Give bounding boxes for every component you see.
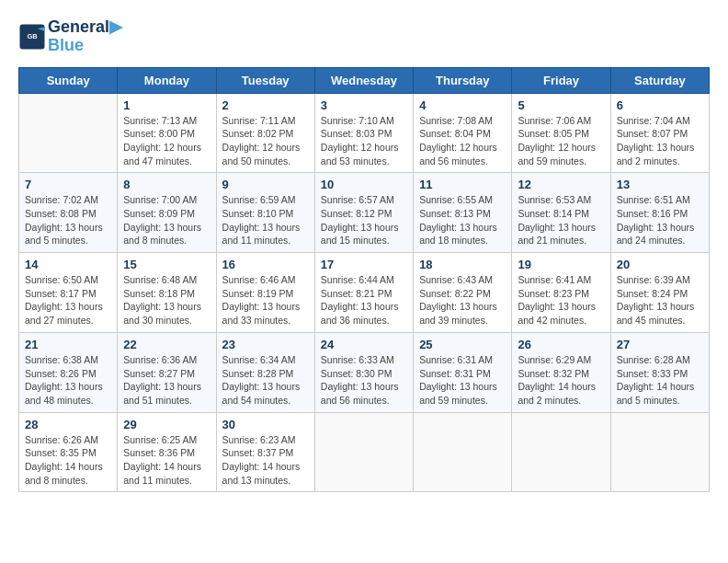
calendar-cell: 14Sunrise: 6:50 AM Sunset: 8:17 PM Dayli… bbox=[19, 253, 118, 333]
day-info: Sunrise: 6:33 AM Sunset: 8:30 PM Dayligh… bbox=[321, 353, 407, 408]
calendar-table: SundayMondayTuesdayWednesdayThursdayFrid… bbox=[18, 67, 710, 493]
calendar-header: SundayMondayTuesdayWednesdayThursdayFrid… bbox=[19, 67, 710, 93]
calendar-cell: 29Sunrise: 6:25 AM Sunset: 8:36 PM Dayli… bbox=[118, 412, 216, 492]
calendar-body: 1Sunrise: 7:13 AM Sunset: 8:00 PM Daylig… bbox=[19, 93, 710, 492]
calendar-cell: 3Sunrise: 7:10 AM Sunset: 8:03 PM Daylig… bbox=[314, 93, 413, 173]
calendar-cell: 21Sunrise: 6:38 AM Sunset: 8:26 PM Dayli… bbox=[19, 332, 118, 412]
day-info: Sunrise: 6:38 AM Sunset: 8:26 PM Dayligh… bbox=[25, 353, 111, 408]
day-number: 4 bbox=[419, 98, 506, 112]
day-header-friday: Friday bbox=[512, 67, 610, 93]
day-info: Sunrise: 6:44 AM Sunset: 8:21 PM Dayligh… bbox=[321, 273, 407, 327]
day-number: 30 bbox=[222, 418, 309, 431]
calendar-cell: 19Sunrise: 6:41 AM Sunset: 8:23 PM Dayli… bbox=[512, 253, 610, 333]
day-header-thursday: Thursday bbox=[414, 67, 512, 93]
day-info: Sunrise: 6:50 AM Sunset: 8:17 PM Dayligh… bbox=[25, 273, 111, 327]
day-number: 13 bbox=[617, 178, 703, 191]
day-number: 9 bbox=[222, 178, 309, 191]
calendar-cell bbox=[314, 412, 413, 492]
calendar-cell: 18Sunrise: 6:43 AM Sunset: 8:22 PM Dayli… bbox=[414, 253, 512, 333]
logo-text: General▶ Blue bbox=[48, 18, 122, 55]
day-info: Sunrise: 6:25 AM Sunset: 8:36 PM Dayligh… bbox=[123, 433, 210, 488]
day-number: 1 bbox=[123, 98, 210, 112]
calendar-cell: 12Sunrise: 6:53 AM Sunset: 8:14 PM Dayli… bbox=[512, 173, 610, 253]
calendar-cell: 27Sunrise: 6:28 AM Sunset: 8:33 PM Dayli… bbox=[610, 332, 709, 412]
calendar-cell: 26Sunrise: 6:29 AM Sunset: 8:32 PM Dayli… bbox=[512, 332, 610, 412]
day-number: 7 bbox=[25, 178, 111, 191]
day-info: Sunrise: 6:59 AM Sunset: 8:10 PM Dayligh… bbox=[222, 193, 309, 247]
calendar-cell: 8Sunrise: 7:00 AM Sunset: 8:09 PM Daylig… bbox=[118, 173, 216, 253]
calendar-cell: 28Sunrise: 6:26 AM Sunset: 8:35 PM Dayli… bbox=[19, 412, 118, 492]
day-number: 11 bbox=[419, 178, 506, 191]
calendar-cell: 11Sunrise: 6:55 AM Sunset: 8:13 PM Dayli… bbox=[414, 173, 512, 253]
day-info: Sunrise: 6:43 AM Sunset: 8:22 PM Dayligh… bbox=[419, 273, 506, 327]
day-info: Sunrise: 6:34 AM Sunset: 8:28 PM Dayligh… bbox=[222, 353, 309, 408]
day-info: Sunrise: 7:02 AM Sunset: 8:08 PM Dayligh… bbox=[25, 193, 111, 247]
calendar-cell bbox=[414, 412, 512, 492]
day-number: 26 bbox=[518, 338, 604, 351]
calendar-cell: 7Sunrise: 7:02 AM Sunset: 8:08 PM Daylig… bbox=[19, 173, 118, 253]
day-info: Sunrise: 6:26 AM Sunset: 8:35 PM Dayligh… bbox=[25, 433, 111, 488]
calendar-week-5: 28Sunrise: 6:26 AM Sunset: 8:35 PM Dayli… bbox=[19, 412, 710, 492]
calendar-week-4: 21Sunrise: 6:38 AM Sunset: 8:26 PM Dayli… bbox=[19, 332, 710, 412]
day-number: 28 bbox=[25, 418, 111, 431]
day-info: Sunrise: 6:36 AM Sunset: 8:27 PM Dayligh… bbox=[123, 353, 210, 408]
day-info: Sunrise: 6:31 AM Sunset: 8:31 PM Dayligh… bbox=[419, 353, 506, 408]
day-info: Sunrise: 6:28 AM Sunset: 8:33 PM Dayligh… bbox=[617, 353, 703, 408]
day-info: Sunrise: 6:55 AM Sunset: 8:13 PM Dayligh… bbox=[419, 193, 506, 247]
day-number: 19 bbox=[518, 258, 604, 271]
day-info: Sunrise: 7:08 AM Sunset: 8:04 PM Dayligh… bbox=[419, 114, 506, 168]
day-number: 2 bbox=[222, 98, 309, 112]
day-info: Sunrise: 7:11 AM Sunset: 8:02 PM Dayligh… bbox=[222, 114, 309, 168]
logo-icon: GB bbox=[18, 23, 46, 51]
day-number: 29 bbox=[123, 418, 210, 431]
day-info: Sunrise: 6:57 AM Sunset: 8:12 PM Dayligh… bbox=[321, 193, 407, 247]
calendar-cell: 5Sunrise: 7:06 AM Sunset: 8:05 PM Daylig… bbox=[512, 93, 610, 173]
day-info: Sunrise: 6:53 AM Sunset: 8:14 PM Dayligh… bbox=[518, 193, 604, 247]
calendar-cell: 17Sunrise: 6:44 AM Sunset: 8:21 PM Dayli… bbox=[314, 253, 413, 333]
day-number: 22 bbox=[123, 338, 210, 351]
calendar-cell: 4Sunrise: 7:08 AM Sunset: 8:04 PM Daylig… bbox=[414, 93, 512, 173]
day-number: 12 bbox=[518, 178, 604, 191]
day-info: Sunrise: 7:00 AM Sunset: 8:09 PM Dayligh… bbox=[123, 193, 210, 247]
day-number: 5 bbox=[518, 98, 604, 112]
day-info: Sunrise: 7:04 AM Sunset: 8:07 PM Dayligh… bbox=[617, 114, 703, 168]
calendar-week-2: 7Sunrise: 7:02 AM Sunset: 8:08 PM Daylig… bbox=[19, 173, 710, 253]
calendar-cell bbox=[19, 93, 118, 173]
day-info: Sunrise: 6:46 AM Sunset: 8:19 PM Dayligh… bbox=[222, 273, 309, 327]
calendar-cell: 16Sunrise: 6:46 AM Sunset: 8:19 PM Dayli… bbox=[216, 253, 314, 333]
day-number: 24 bbox=[321, 338, 407, 351]
calendar-cell: 1Sunrise: 7:13 AM Sunset: 8:00 PM Daylig… bbox=[118, 93, 216, 173]
day-number: 21 bbox=[25, 338, 111, 351]
calendar-cell: 9Sunrise: 6:59 AM Sunset: 8:10 PM Daylig… bbox=[216, 173, 314, 253]
day-info: Sunrise: 6:29 AM Sunset: 8:32 PM Dayligh… bbox=[518, 353, 604, 408]
day-info: Sunrise: 6:39 AM Sunset: 8:24 PM Dayligh… bbox=[617, 273, 703, 327]
calendar-cell: 2Sunrise: 7:11 AM Sunset: 8:02 PM Daylig… bbox=[216, 93, 314, 173]
logo-line2: Blue bbox=[48, 37, 122, 55]
day-number: 10 bbox=[321, 178, 407, 191]
day-info: Sunrise: 6:23 AM Sunset: 8:37 PM Dayligh… bbox=[222, 433, 309, 488]
calendar-week-3: 14Sunrise: 6:50 AM Sunset: 8:17 PM Dayli… bbox=[19, 253, 710, 333]
calendar-cell: 22Sunrise: 6:36 AM Sunset: 8:27 PM Dayli… bbox=[118, 332, 216, 412]
calendar-cell: 30Sunrise: 6:23 AM Sunset: 8:37 PM Dayli… bbox=[216, 412, 314, 492]
day-info: Sunrise: 6:51 AM Sunset: 8:16 PM Dayligh… bbox=[617, 193, 703, 247]
day-number: 3 bbox=[321, 98, 407, 112]
day-info: Sunrise: 7:13 AM Sunset: 8:00 PM Dayligh… bbox=[123, 114, 210, 168]
day-header-tuesday: Tuesday bbox=[216, 67, 314, 93]
logo: GB General▶ Blue bbox=[18, 18, 122, 55]
calendar-week-1: 1Sunrise: 7:13 AM Sunset: 8:00 PM Daylig… bbox=[19, 93, 710, 173]
day-number: 17 bbox=[321, 258, 407, 271]
calendar-cell bbox=[512, 412, 610, 492]
calendar-cell bbox=[610, 412, 709, 492]
day-header-wednesday: Wednesday bbox=[314, 67, 413, 93]
day-number: 27 bbox=[617, 338, 703, 351]
day-number: 18 bbox=[419, 258, 506, 271]
day-number: 8 bbox=[123, 178, 210, 191]
day-number: 23 bbox=[222, 338, 309, 351]
day-header-sunday: Sunday bbox=[19, 67, 118, 93]
day-info: Sunrise: 7:06 AM Sunset: 8:05 PM Dayligh… bbox=[518, 114, 604, 168]
day-number: 14 bbox=[25, 258, 111, 271]
day-number: 6 bbox=[617, 98, 703, 112]
calendar-cell: 24Sunrise: 6:33 AM Sunset: 8:30 PM Dayli… bbox=[314, 332, 413, 412]
day-number: 16 bbox=[222, 258, 309, 271]
day-info: Sunrise: 6:41 AM Sunset: 8:23 PM Dayligh… bbox=[518, 273, 604, 327]
